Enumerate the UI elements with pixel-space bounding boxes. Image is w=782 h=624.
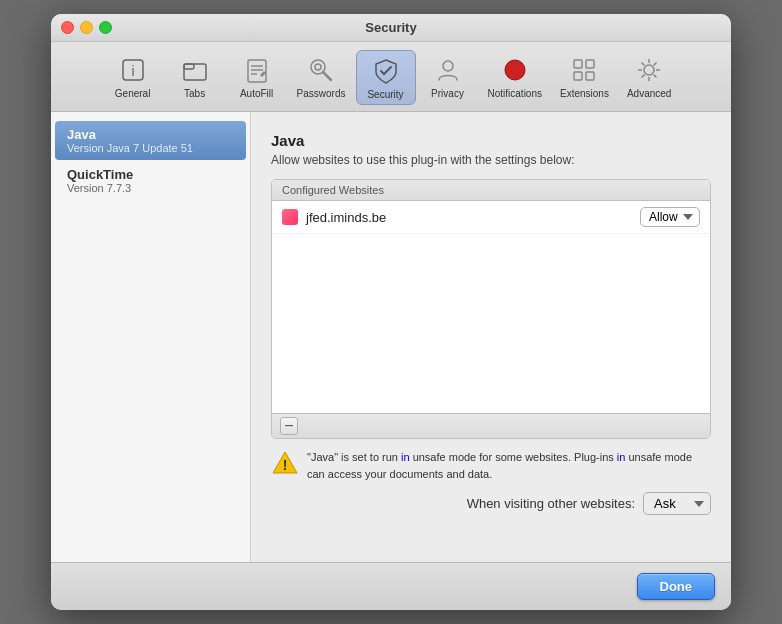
- toolbar: i General Tabs AutoFill Passwords: [51, 42, 731, 112]
- general-icon: i: [117, 54, 149, 86]
- extensions-icon: [568, 54, 600, 86]
- window-title: Security: [365, 20, 416, 35]
- toolbar-passwords[interactable]: Passwords: [289, 50, 354, 105]
- svg-line-24: [654, 75, 657, 78]
- sidebar-item-java[interactable]: Java Version Java 7 Update 51: [55, 121, 246, 160]
- security-icon: [370, 55, 402, 87]
- other-websites-select[interactable]: Ask Allow Block: [643, 492, 711, 515]
- warning-text: "Java" is set to run in unsafe mode for …: [307, 449, 711, 482]
- plugin-description: Allow websites to use this plug-in with …: [271, 153, 711, 167]
- svg-point-11: [443, 61, 453, 71]
- toolbar-security-label: Security: [367, 89, 403, 100]
- warning-icon: !: [271, 449, 299, 477]
- bottom-bar: Done: [51, 562, 731, 610]
- svg-point-10: [315, 64, 321, 70]
- remove-website-button[interactable]: −: [280, 417, 298, 435]
- toolbar-security[interactable]: Security: [356, 50, 416, 105]
- website-row: jfed.iminds.be Allow Ask Block: [272, 201, 710, 234]
- toolbar-passwords-label: Passwords: [297, 88, 346, 99]
- maximize-button[interactable]: [99, 21, 112, 34]
- java-plugin-version: Version Java 7 Update 51: [67, 142, 234, 154]
- main-panel: Java Allow websites to use this plug-in …: [251, 112, 731, 562]
- svg-rect-2: [184, 64, 206, 80]
- configured-list: jfed.iminds.be Allow Ask Block: [272, 201, 710, 413]
- titlebar: Security: [51, 14, 731, 42]
- notifications-icon: [499, 54, 531, 86]
- toolbar-general-label: General: [115, 88, 151, 99]
- close-button[interactable]: [61, 21, 74, 34]
- traffic-lights: [61, 21, 112, 34]
- other-websites-row: When visiting other websites: Ask Allow …: [271, 492, 711, 515]
- svg-rect-14: [574, 60, 582, 68]
- toolbar-autofill-label: AutoFill: [240, 88, 273, 99]
- minimize-button[interactable]: [80, 21, 93, 34]
- svg-text:i: i: [131, 63, 134, 79]
- svg-point-18: [644, 65, 654, 75]
- toolbar-privacy-label: Privacy: [431, 88, 464, 99]
- quicktime-plugin-name: QuickTime: [67, 167, 234, 182]
- plugin-title: Java: [271, 132, 711, 149]
- toolbar-tabs-label: Tabs: [184, 88, 205, 99]
- svg-line-9: [323, 72, 331, 80]
- toolbar-autofill[interactable]: AutoFill: [227, 50, 287, 105]
- svg-line-25: [654, 63, 657, 66]
- svg-text:!: !: [283, 457, 288, 473]
- toolbar-general[interactable]: i General: [103, 50, 163, 105]
- svg-rect-15: [586, 60, 594, 68]
- site-favicon: [282, 209, 298, 225]
- done-button[interactable]: Done: [637, 573, 716, 600]
- quicktime-plugin-version: Version 7.7.3: [67, 182, 234, 194]
- svg-line-23: [642, 63, 645, 66]
- configured-websites-box: Configured Websites jfed.iminds.be Allow…: [271, 179, 711, 439]
- advanced-icon: [633, 54, 665, 86]
- site-name: jfed.iminds.be: [306, 210, 640, 225]
- tabs-icon: [179, 54, 211, 86]
- toolbar-extensions[interactable]: Extensions: [552, 50, 617, 105]
- toolbar-notifications-label: Notifications: [488, 88, 542, 99]
- svg-rect-3: [184, 64, 194, 69]
- svg-line-26: [642, 75, 645, 78]
- toolbar-advanced[interactable]: Advanced: [619, 50, 679, 105]
- toolbar-tabs[interactable]: Tabs: [165, 50, 225, 105]
- svg-rect-17: [586, 72, 594, 80]
- passwords-icon: [305, 54, 337, 86]
- privacy-icon: [432, 54, 464, 86]
- autofill-icon: [241, 54, 273, 86]
- sidebar-item-quicktime[interactable]: QuickTime Version 7.7.3: [55, 161, 246, 200]
- other-websites-label: When visiting other websites:: [467, 496, 635, 511]
- toolbar-extensions-label: Extensions: [560, 88, 609, 99]
- toolbar-notifications[interactable]: Notifications: [480, 50, 550, 105]
- site-permission-select[interactable]: Allow Ask Block: [640, 207, 700, 227]
- plugin-sidebar: Java Version Java 7 Update 51 QuickTime …: [51, 112, 251, 562]
- java-plugin-name: Java: [67, 127, 234, 142]
- svg-rect-16: [574, 72, 582, 80]
- main-window: Security i General Tabs AutoFill Passwor: [51, 14, 731, 610]
- content-area: Java Version Java 7 Update 51 QuickTime …: [51, 112, 731, 562]
- configured-header: Configured Websites: [272, 180, 710, 201]
- configured-footer: −: [272, 413, 710, 438]
- warning-box: ! "Java" is set to run in unsafe mode fo…: [271, 449, 711, 482]
- toolbar-privacy[interactable]: Privacy: [418, 50, 478, 105]
- toolbar-advanced-label: Advanced: [627, 88, 671, 99]
- svg-rect-4: [248, 60, 266, 82]
